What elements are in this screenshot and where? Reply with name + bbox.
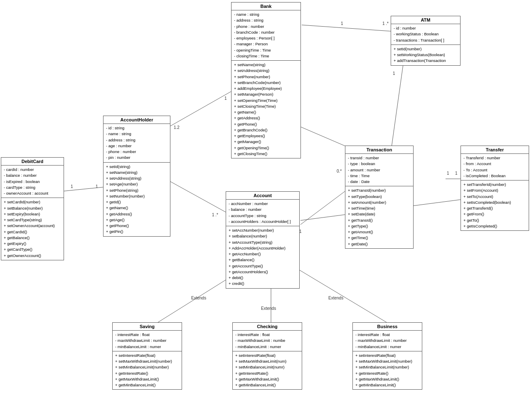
checking-class-header: Checking — [233, 323, 302, 331]
atm-class-header: ATM — [391, 16, 460, 24]
transfer-class: Transfer - TransferId : number - from : … — [461, 146, 529, 231]
svg-text:1: 1 — [393, 71, 395, 76]
atm-attributes: - id : number - workingStatus : Boolean … — [391, 24, 460, 45]
bank-attributes: - name : string - address : string - pho… — [232, 10, 300, 61]
transfer-class-header: Transfer — [461, 146, 529, 154]
svg-text:Extends: Extends — [261, 306, 276, 311]
transaction-attributes: - transId : number - type : boolean - am… — [345, 154, 413, 186]
business-methods: + setInterestRate(float) + setMaxWithdra… — [353, 351, 422, 390]
svg-text:1: 1 — [447, 171, 449, 176]
svg-text:1 .*: 1 .* — [382, 21, 389, 26]
debitcard-class-header: DebitCard — [1, 158, 64, 166]
account-class-header: Account — [226, 192, 299, 200]
debitcard-methods: + setCardId(number) + setBalance(number)… — [1, 198, 64, 260]
saving-methods: + setInterestRate(float) + setMaxWithdra… — [113, 351, 182, 390]
svg-text:1: 1 — [96, 184, 98, 189]
checking-methods: + setInterestRate(float) + setMaxWithdra… — [233, 351, 302, 390]
svg-line-5 — [391, 64, 403, 153]
debitcard-attributes: - cardId : number - balance : number - i… — [1, 166, 64, 198]
accountholder-class-header: AccountHolder — [103, 116, 170, 124]
transaction-class: Transaction - transId : number - type : … — [345, 146, 414, 249]
accountholder-methods: + setId(string) + setName(string) + setA… — [103, 163, 170, 236]
account-methods: + setAccNumber(number) + setbalance(numb… — [226, 226, 299, 288]
transaction-class-header: Transaction — [345, 146, 413, 154]
svg-text:0.*: 0.* — [337, 169, 342, 173]
business-class-header: Business — [353, 323, 422, 331]
atm-methods: + setId(number) + setWorkingStatus(Boole… — [391, 45, 460, 65]
saving-class-header: Saving — [113, 323, 182, 331]
business-attributes: - interestRate : float - maxWithdrawLimi… — [353, 331, 422, 351]
bank-methods: + setName(string) + setAddress(string) +… — [232, 61, 300, 158]
svg-text:1: 1 — [455, 171, 458, 176]
svg-text:1.2: 1.2 — [174, 125, 180, 130]
business-class: Business - interestRate : float - maxWit… — [352, 322, 422, 390]
diagram-container: 1 1 .* 1.2 1 1 1 .* 1 1 0.* 1 0.* 1 1 1 … — [0, 0, 532, 403]
account-attributes: - accNumber : number - balance : number … — [226, 200, 299, 226]
checking-attributes: - interestRate : float - maxWithdrawLimi… — [233, 331, 302, 351]
svg-line-3 — [62, 187, 103, 191]
svg-text:1: 1 — [224, 96, 227, 101]
svg-text:1: 1 — [71, 184, 73, 189]
saving-attributes: - interestRate : float - maxWithdrawLimi… — [113, 331, 182, 351]
bank-class: Bank - name : string - address : string … — [231, 2, 301, 158]
transfer-methods: + setTransferId(number) + setFrom(Accoun… — [461, 180, 529, 230]
bank-class-header: Bank — [232, 2, 300, 10]
debitcard-class: DebitCard - cardId : number - balance : … — [1, 157, 64, 260]
account-class: Account - accNumber : number - balance :… — [226, 191, 300, 289]
accountholder-class: AccountHolder - id : string - name : str… — [103, 116, 170, 237]
atm-class: ATM - id : number - workingStatus : Bool… — [391, 16, 461, 66]
saving-class: Saving - interestRate : float - maxWithd… — [112, 322, 182, 390]
svg-text:Extends: Extends — [191, 296, 206, 300]
svg-text:1 .*: 1 .* — [212, 213, 218, 217]
svg-text:Extends: Extends — [328, 296, 343, 300]
transfer-attributes: - TransferId : number - from : Account -… — [461, 154, 529, 180]
svg-line-0 — [302, 25, 391, 31]
svg-text:1: 1 — [341, 21, 343, 26]
transaction-methods: + setTransId(number) + setType(boolean) … — [345, 186, 413, 248]
accountholder-attributes: - id : string - name : string - address … — [103, 124, 170, 163]
checking-class: Checking - interestRate : float - maxWit… — [232, 322, 302, 390]
